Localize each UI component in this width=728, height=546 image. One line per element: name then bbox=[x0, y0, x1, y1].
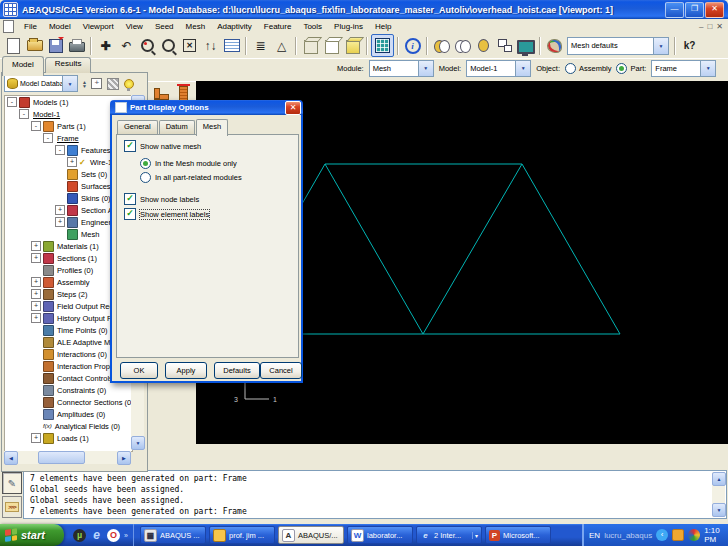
tab-datum[interactable]: Datum bbox=[159, 120, 195, 134]
utorrent-icon[interactable]: µ bbox=[73, 529, 86, 542]
menu-item[interactable]: File bbox=[18, 22, 43, 31]
mdi-minimize-button[interactable]: – bbox=[699, 22, 703, 31]
tree-spin-buttons[interactable]: ▲▼ bbox=[82, 80, 87, 88]
menu-item[interactable]: Mesh bbox=[180, 22, 212, 31]
menu-item[interactable]: View bbox=[120, 22, 149, 31]
color-code-combo[interactable]: Mesh defaults ▼ bbox=[567, 37, 669, 55]
rotate-view-button[interactable]: ↶ bbox=[116, 35, 137, 56]
task-button[interactable]: prof. jim ... bbox=[209, 526, 275, 544]
tab-results[interactable]: Results bbox=[45, 57, 92, 73]
open-button[interactable] bbox=[24, 35, 45, 56]
query-info-button[interactable]: i bbox=[402, 35, 423, 56]
tree-tips-button[interactable] bbox=[123, 78, 135, 90]
menu-item[interactable]: Help bbox=[369, 22, 397, 31]
start-button[interactable]: start bbox=[0, 524, 64, 546]
tab-general[interactable]: General bbox=[117, 120, 158, 134]
tray-app-icon[interactable] bbox=[672, 529, 684, 541]
show-node-labels-row[interactable]: Show node labels bbox=[124, 193, 199, 205]
auto-fit-button[interactable]: ✕ bbox=[179, 35, 200, 56]
scroll-up-icon[interactable]: ▲ bbox=[712, 472, 726, 486]
tree-expander-icon[interactable] bbox=[55, 145, 65, 155]
show-element-labels-row[interactable]: Show element labels bbox=[124, 208, 209, 220]
opera-icon[interactable]: O bbox=[107, 529, 120, 542]
close-button[interactable]: ✕ bbox=[705, 2, 724, 18]
checkbox-checked-icon[interactable] bbox=[124, 193, 136, 205]
tree-expander-icon[interactable] bbox=[31, 433, 41, 443]
tree-expander-icon[interactable] bbox=[31, 277, 41, 287]
language-indicator[interactable]: EN bbox=[589, 531, 600, 540]
menu-item[interactable]: Feature bbox=[258, 22, 298, 31]
defaults-button[interactable]: Defaults bbox=[214, 362, 260, 379]
checkbox-checked-icon[interactable] bbox=[124, 140, 136, 152]
chevron-down-icon[interactable]: ▼ bbox=[515, 61, 530, 76]
zoom-box-button[interactable] bbox=[158, 35, 179, 56]
radio-selected-icon[interactable] bbox=[616, 63, 627, 74]
task-button[interactable]: W laborator... bbox=[347, 526, 413, 544]
tray-color-icon[interactable] bbox=[688, 529, 700, 541]
tree-expander-icon[interactable] bbox=[31, 253, 41, 263]
monitor-button[interactable] bbox=[515, 35, 536, 56]
tree-expander-icon[interactable] bbox=[31, 121, 41, 131]
wireframe-render-button[interactable] bbox=[300, 35, 321, 56]
mesh-display-button[interactable] bbox=[371, 34, 394, 57]
minimize-button[interactable]: — bbox=[665, 2, 684, 18]
scroll-down-icon[interactable]: ▼ bbox=[131, 436, 145, 450]
command-line-button[interactable]: >>> bbox=[2, 496, 22, 518]
chevron-down-icon[interactable]: ▼ bbox=[653, 38, 668, 54]
new-file-button[interactable] bbox=[3, 35, 24, 56]
chevron-down-icon[interactable]: ▼ bbox=[62, 76, 77, 91]
task-dropdown-arrow[interactable]: ▾ bbox=[472, 532, 478, 539]
ok-button[interactable]: OK bbox=[120, 362, 158, 379]
tab-model[interactable]: Model bbox=[2, 56, 44, 76]
restore-button[interactable]: ❐ bbox=[685, 2, 704, 18]
checkbox-checked-icon[interactable] bbox=[124, 208, 136, 220]
tab-mesh[interactable]: Mesh bbox=[196, 119, 228, 136]
mesh-module-only-radio[interactable]: In the Mesh module only bbox=[140, 158, 237, 169]
menu-item[interactable]: Plug-ins bbox=[328, 22, 369, 31]
tree-filter-button[interactable] bbox=[107, 78, 119, 90]
all-modules-radio[interactable]: In all part-related modules bbox=[140, 172, 242, 183]
context-help-button[interactable]: k? bbox=[679, 35, 700, 56]
tray-collapse-icon[interactable]: ‹ bbox=[656, 529, 668, 541]
color-code-button[interactable] bbox=[544, 35, 565, 56]
scroll-right-icon[interactable]: ▶ bbox=[117, 451, 131, 465]
hidden-line-render-button[interactable] bbox=[321, 35, 342, 56]
mdi-close-button[interactable]: ✕ bbox=[716, 22, 723, 31]
contour-pair-button[interactable] bbox=[431, 35, 452, 56]
task-button[interactable]: e 2 Inter... ▾ bbox=[416, 526, 482, 544]
mdi-restore-button[interactable]: □ bbox=[707, 22, 712, 31]
radio-icon[interactable] bbox=[565, 63, 576, 74]
menu-item[interactable]: Seed bbox=[149, 22, 180, 31]
chevron-down-icon[interactable]: ▼ bbox=[418, 61, 433, 76]
menu-item[interactable]: Tools bbox=[297, 22, 328, 31]
part-combo[interactable]: Frame ▼ bbox=[651, 60, 716, 77]
tree-expander-icon[interactable] bbox=[31, 301, 41, 311]
message-area[interactable]: 7 elements have been generated on part: … bbox=[23, 470, 727, 519]
show-native-mesh-row[interactable]: Show native mesh bbox=[124, 140, 201, 152]
object-assembly-radio[interactable]: Assembly bbox=[565, 63, 612, 74]
message-area-button[interactable]: ✎ bbox=[2, 472, 22, 494]
menu-item[interactable]: Model bbox=[43, 22, 77, 31]
save-button[interactable] bbox=[45, 35, 66, 56]
object-part-radio[interactable]: Part: bbox=[616, 63, 646, 74]
task-button[interactable]: ▦ ABAQUS ... bbox=[140, 526, 206, 544]
quick-launch-overflow[interactable]: » bbox=[124, 532, 128, 539]
task-button[interactable]: P Microsoft... bbox=[485, 526, 551, 544]
cycle-views-button[interactable]: ↑↓ bbox=[200, 35, 221, 56]
scroll-left-icon[interactable]: ◀ bbox=[4, 451, 18, 465]
tree-expander-icon[interactable] bbox=[55, 217, 65, 227]
tree-expander-icon[interactable] bbox=[7, 97, 17, 107]
scrollbar-thumb[interactable] bbox=[38, 451, 85, 464]
internet-explorer-icon[interactable]: e bbox=[90, 529, 103, 542]
message-scrollbar[interactable]: ▲ ▼ bbox=[712, 472, 725, 517]
scroll-down-icon[interactable]: ▼ bbox=[712, 503, 726, 517]
tree-item[interactable]: Constraints (0) bbox=[5, 384, 132, 396]
render-beam-button[interactable]: △ bbox=[271, 35, 292, 56]
tree-expander-icon[interactable] bbox=[67, 157, 77, 167]
dialog-close-button[interactable]: ✕ bbox=[285, 101, 301, 115]
contour-pair-white-button[interactable] bbox=[452, 35, 473, 56]
radio-icon[interactable] bbox=[140, 172, 151, 183]
views-toolbox-button[interactable] bbox=[221, 35, 242, 56]
tree-expander-icon[interactable] bbox=[31, 289, 41, 299]
tree-expander-icon[interactable] bbox=[55, 205, 65, 215]
